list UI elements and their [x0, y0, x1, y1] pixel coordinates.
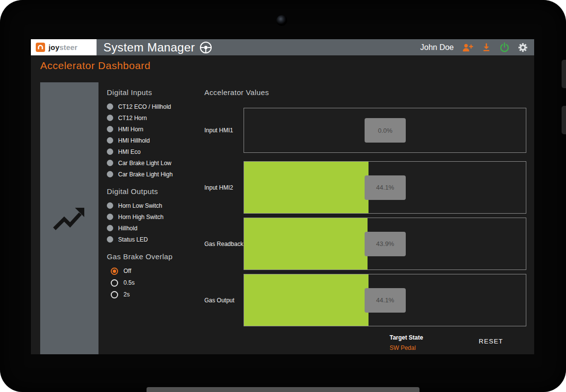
- gauge-track: 44.1%: [244, 161, 526, 214]
- tablet-bottom-edge: [147, 387, 419, 392]
- app-bar: joysteer System Manager John Doe: [31, 39, 534, 55]
- reset-button[interactable]: RESET: [472, 333, 510, 349]
- side-button: [562, 106, 566, 134]
- side-button: [562, 60, 566, 88]
- tablet-frame: joysteer System Manager John Doe: [0, 0, 566, 392]
- digital-input-label: HMI Horn: [118, 126, 143, 133]
- digital-output-label: Horn Low Switch: [118, 202, 162, 209]
- gauge-row-gas-readback: Gas Readback 43.9%: [204, 218, 526, 270]
- gas-brake-overlap-options: Off 0.5s 2s: [107, 265, 205, 300]
- gauge-fill: [244, 274, 369, 326]
- digital-input-item: CT12 ECO / Hillhold: [107, 101, 205, 112]
- gauge-label: Gas Output: [204, 297, 244, 304]
- user-name: John Doe: [420, 43, 454, 52]
- digital-input-label: HMI Eco: [118, 148, 141, 155]
- power-icon[interactable]: [499, 42, 510, 52]
- digital-output-item: Hillhold: [107, 222, 205, 234]
- digital-output-label: Status LED: [118, 236, 148, 243]
- download-icon[interactable]: [482, 43, 491, 52]
- overlap-option-05s[interactable]: 0.5s: [111, 277, 205, 289]
- led-indicator-icon: [107, 148, 113, 155]
- digital-input-label: HMI Hillhold: [118, 137, 150, 144]
- led-indicator-icon: [107, 103, 113, 110]
- gauge-row-input-hmi2: Input HMI2 44.1%: [204, 161, 526, 214]
- digital-inputs-title: Digital Inputs: [107, 88, 205, 97]
- radio-icon: [111, 291, 118, 298]
- digital-outputs-title: Digital Outputs: [107, 187, 205, 196]
- gauge-label: Input HMI1: [204, 127, 244, 134]
- target-state-value: SW Pedal: [390, 344, 423, 351]
- overlap-option-2s[interactable]: 2s: [111, 289, 205, 300]
- user-add-icon[interactable]: [462, 43, 473, 52]
- digital-input-label: Car Brake Light High: [118, 171, 172, 178]
- radio-icon: [111, 268, 118, 275]
- brand-wordmark: joysteer: [49, 43, 77, 51]
- joysteer-logo-icon: [36, 43, 45, 52]
- led-indicator-icon: [107, 160, 113, 166]
- brand-joy: joy: [49, 43, 59, 51]
- gauge-value: 44.1%: [365, 288, 406, 313]
- digital-input-item: Car Brake Light High: [107, 169, 205, 180]
- digital-input-label: CT12 Horn: [118, 115, 147, 122]
- digital-output-item: Horn High Switch: [107, 211, 205, 222]
- gauge-fill: [244, 218, 368, 270]
- gauge-label: Input HMI2: [204, 184, 244, 191]
- radio-label: 0.5s: [123, 279, 135, 286]
- gauge-value: 43.9%: [365, 232, 406, 256]
- led-indicator-icon: [107, 225, 113, 231]
- radio-icon: [111, 279, 118, 287]
- brand-steer: steer: [59, 43, 77, 51]
- digital-input-label: CT12 ECO / Hillhold: [118, 103, 171, 110]
- gauge-track: 44.1%: [244, 274, 526, 326]
- values-footer: Target State SW Pedal RESET: [204, 333, 526, 354]
- front-camera-icon: [276, 15, 287, 26]
- led-indicator-icon: [107, 202, 113, 209]
- gauge-fill: [244, 162, 369, 213]
- led-indicator-icon: [107, 137, 113, 144]
- app-title: System Manager: [103, 41, 195, 54]
- gauge-value: 0.0%: [365, 118, 406, 143]
- radio-label: 2s: [123, 291, 130, 298]
- gas-brake-overlap-title: Gas Brake Overlap: [107, 252, 205, 261]
- steering-wheel-icon: [199, 41, 212, 54]
- radio-label: Off: [123, 268, 131, 274]
- digital-input-label: Car Brake Light Low: [118, 160, 172, 167]
- overlap-option-off[interactable]: Off: [111, 265, 205, 277]
- digital-output-label: Hillhold: [118, 225, 137, 232]
- digital-input-item: Car Brake Light Low: [107, 157, 205, 169]
- gear-icon[interactable]: [518, 43, 528, 52]
- gauge-track: 0.0%: [244, 108, 526, 153]
- digital-output-item: Status LED: [107, 234, 205, 245]
- target-state-label: Target State: [390, 334, 423, 341]
- target-state: Target State SW Pedal: [390, 334, 423, 351]
- led-indicator-icon: [107, 171, 113, 177]
- digital-input-item: HMI Horn: [107, 123, 205, 135]
- sidebar-nav: [40, 82, 98, 354]
- app-screen: joysteer System Manager John Doe: [31, 39, 534, 354]
- digital-input-item: CT12 Horn: [107, 112, 205, 123]
- led-indicator-icon: [107, 214, 113, 220]
- app-bar-actions: John Doe: [420, 42, 535, 52]
- led-indicator-icon: [107, 115, 113, 121]
- gauge-row-gas-output: Gas Output 44.1%: [204, 274, 526, 326]
- page-title: Accelerator Dashboard: [40, 60, 150, 72]
- accelerator-values-title: Accelerator Values: [204, 88, 526, 97]
- controls-panel: Digital Inputs CT12 ECO / Hillhold CT12 …: [107, 88, 205, 300]
- digital-input-item: HMI Hillhold: [107, 135, 205, 146]
- trend-chart-icon[interactable]: [52, 204, 87, 233]
- gauge-row-input-hmi1: Input HMI1 0.0%: [204, 108, 526, 153]
- digital-output-label: Horn High Switch: [118, 214, 164, 220]
- digital-output-item: Horn Low Switch: [107, 200, 205, 211]
- gauge-track: 43.9%: [244, 218, 526, 270]
- led-indicator-icon: [107, 126, 113, 132]
- accelerator-values-panel: Accelerator Values Input HMI1 0.0% Input…: [204, 88, 526, 354]
- digital-input-item: HMI Eco: [107, 146, 205, 157]
- gauge-value: 44.1%: [365, 175, 406, 200]
- led-indicator-icon: [107, 236, 113, 243]
- brand-logo: joysteer: [31, 39, 97, 55]
- gauge-label: Gas Readback: [204, 241, 244, 247]
